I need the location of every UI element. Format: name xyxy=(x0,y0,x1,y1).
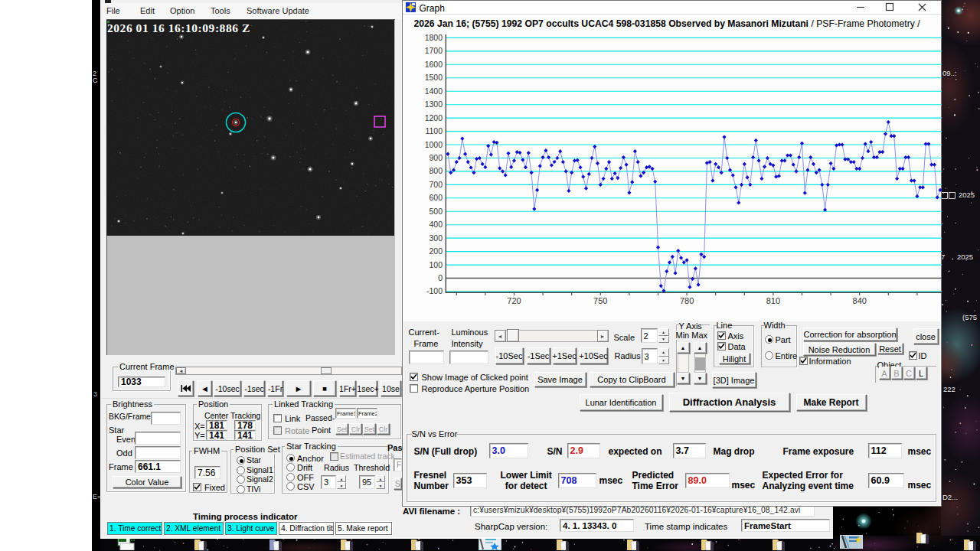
svg-text:300: 300 xyxy=(429,233,443,243)
svg-text:720: 720 xyxy=(507,296,521,305)
svg-text:1400: 1400 xyxy=(424,86,443,96)
svg-text:810: 810 xyxy=(766,296,779,305)
svg-text:200: 200 xyxy=(429,246,443,256)
svg-text:1100: 1100 xyxy=(425,126,443,135)
svg-text:700: 700 xyxy=(429,180,443,189)
svg-text:600: 600 xyxy=(429,193,443,202)
svg-text:1300: 1300 xyxy=(424,99,443,109)
svg-text:780: 780 xyxy=(679,296,693,305)
svg-text:100: 100 xyxy=(429,260,443,269)
svg-text:1200: 1200 xyxy=(424,113,443,122)
svg-text:400: 400 xyxy=(429,220,443,229)
svg-text:1500: 1500 xyxy=(424,73,443,82)
svg-text:1700: 1700 xyxy=(424,46,443,55)
svg-text:1800: 1800 xyxy=(424,33,443,42)
svg-text:-100: -100 xyxy=(426,286,442,295)
svg-text:1000: 1000 xyxy=(424,140,443,149)
svg-text:900: 900 xyxy=(429,153,443,162)
svg-text:800: 800 xyxy=(429,166,443,175)
svg-text:0: 0 xyxy=(438,273,443,282)
svg-text:500: 500 xyxy=(429,207,443,216)
svg-text:1600: 1600 xyxy=(424,60,443,69)
svg-text:840: 840 xyxy=(852,296,866,305)
svg-text:750: 750 xyxy=(593,296,607,305)
